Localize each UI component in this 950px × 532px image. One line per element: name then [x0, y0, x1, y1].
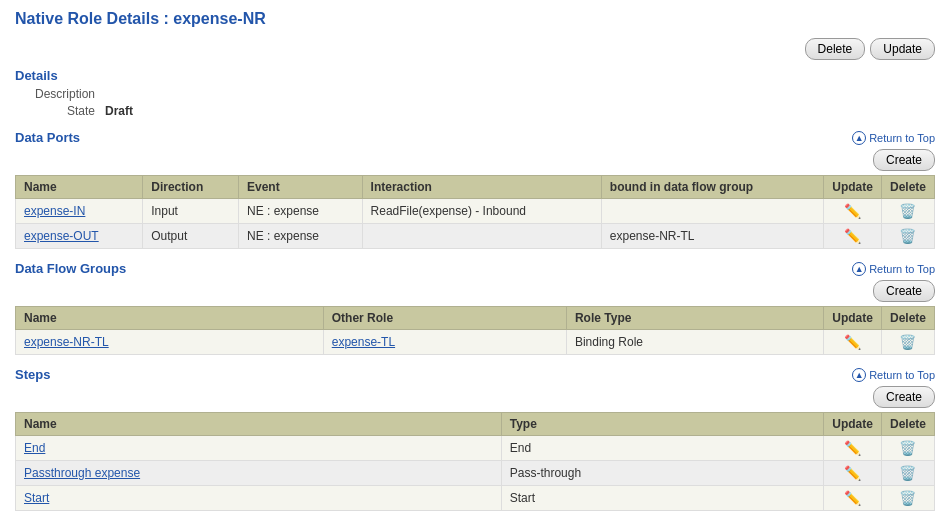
dp-bound-cell	[601, 199, 823, 224]
dp-delete-icon[interactable]: 🗑️	[899, 228, 916, 244]
dp-name-link[interactable]: expense-IN	[24, 204, 85, 218]
steps-tbody: End End ✏️ 🗑️ Passthrough expense Pass-t…	[16, 436, 935, 511]
data-ports-return-top[interactable]: ▲ Return to Top	[852, 131, 935, 145]
steps-col-update: Update	[824, 413, 882, 436]
step-type-cell: End	[501, 436, 824, 461]
dfg-name-cell: expense-NR-TL	[16, 330, 324, 355]
update-button[interactable]: Update	[870, 38, 935, 60]
dfg-edit-icon[interactable]: ✏️	[844, 334, 861, 350]
details-table: Description State Draft	[25, 87, 935, 118]
col-name: Name	[16, 176, 143, 199]
steps-title: Steps	[15, 367, 50, 382]
dp-delete-cell: 🗑️	[881, 224, 934, 249]
dp-delete-cell: 🗑️	[881, 199, 934, 224]
dp-direction-cell: Output	[143, 224, 239, 249]
dfg-update-cell: ✏️	[824, 330, 882, 355]
dfg-name-link[interactable]: expense-NR-TL	[24, 335, 109, 349]
state-label: State	[25, 104, 95, 118]
dfg-delete-cell: 🗑️	[881, 330, 934, 355]
dfg-tbody: expense-NR-TL expense-TL Binding Role ✏️…	[16, 330, 935, 355]
step-delete-icon[interactable]: 🗑️	[899, 465, 916, 481]
steps-header: Steps ▲ Return to Top	[15, 367, 935, 382]
table-row: expense-NR-TL expense-TL Binding Role ✏️…	[16, 330, 935, 355]
state-row: State Draft	[25, 104, 935, 118]
step-update-cell: ✏️	[824, 486, 882, 511]
dp-edit-icon[interactable]: ✏️	[844, 228, 861, 244]
dp-name-cell: expense-OUT	[16, 224, 143, 249]
step-update-cell: ✏️	[824, 436, 882, 461]
steps-section: Steps ▲ Return to Top Create Name Type U…	[15, 367, 935, 511]
steps-create-button[interactable]: Create	[873, 386, 935, 408]
dfg-create-button[interactable]: Create	[873, 280, 935, 302]
dp-delete-icon[interactable]: 🗑️	[899, 203, 916, 219]
steps-thead-row: Name Type Update Delete	[16, 413, 935, 436]
dp-interaction-cell	[362, 224, 601, 249]
table-row: Start Start ✏️ 🗑️	[16, 486, 935, 511]
dp-interaction-cell: ReadFile(expense) - Inbound	[362, 199, 601, 224]
description-row: Description	[25, 87, 935, 101]
dfg-col-update: Update	[824, 307, 882, 330]
steps-return-top-label: Return to Top	[869, 369, 935, 381]
dfg-title: Data Flow Groups	[15, 261, 126, 276]
data-ports-create-button[interactable]: Create	[873, 149, 935, 171]
dfg-col-delete: Delete	[881, 307, 934, 330]
dfg-thead-row: Name Other Role Role Type Update Delete	[16, 307, 935, 330]
dfg-col-name: Name	[16, 307, 324, 330]
dp-update-cell: ✏️	[824, 199, 882, 224]
dfg-return-top-icon: ▲	[852, 262, 866, 276]
step-edit-icon: ✏️	[844, 490, 861, 506]
step-name-link[interactable]: Start	[24, 491, 49, 505]
description-label: Description	[25, 87, 95, 101]
dfg-return-top[interactable]: ▲ Return to Top	[852, 262, 935, 276]
details-title: Details	[15, 68, 58, 83]
step-delete-icon: 🗑️	[899, 490, 916, 506]
steps-create-row: Create	[15, 386, 935, 408]
dfg-other-role-cell: expense-TL	[323, 330, 566, 355]
dp-direction-cell: Input	[143, 199, 239, 224]
data-ports-tbody: expense-IN Input NE : expense ReadFile(e…	[16, 199, 935, 249]
step-delete-icon: 🗑️	[899, 440, 916, 456]
step-type-cell: Start	[501, 486, 824, 511]
col-event: Event	[239, 176, 363, 199]
step-name-link[interactable]: Passthrough expense	[24, 466, 140, 480]
dp-name-cell: expense-IN	[16, 199, 143, 224]
table-row: Passthrough expense Pass-through ✏️ 🗑️	[16, 461, 935, 486]
data-ports-table: Name Direction Event Interaction bound i…	[15, 175, 935, 249]
dp-bound-cell: expense-NR-TL	[601, 224, 823, 249]
delete-button[interactable]: Delete	[805, 38, 866, 60]
step-delete-cell: 🗑️	[881, 486, 934, 511]
step-update-cell: ✏️	[824, 461, 882, 486]
return-top-label: Return to Top	[869, 132, 935, 144]
data-ports-title: Data Ports	[15, 130, 80, 145]
page-container: Native Role Details : expense-NR Delete …	[0, 0, 950, 532]
dfg-table: Name Other Role Role Type Update Delete …	[15, 306, 935, 355]
step-delete-cell: 🗑️	[881, 461, 934, 486]
dp-edit-icon[interactable]: ✏️	[844, 203, 861, 219]
step-name-link[interactable]: End	[24, 441, 45, 455]
dfg-delete-icon[interactable]: 🗑️	[899, 334, 916, 350]
steps-table: Name Type Update Delete End End ✏️ 🗑️ Pa…	[15, 412, 935, 511]
details-header: Details	[15, 68, 935, 83]
dfg-other-role-link[interactable]: expense-TL	[332, 335, 395, 349]
data-ports-thead-row: Name Direction Event Interaction bound i…	[16, 176, 935, 199]
step-name-cell: End	[16, 436, 502, 461]
dp-update-cell: ✏️	[824, 224, 882, 249]
dp-name-link[interactable]: expense-OUT	[24, 229, 99, 243]
step-edit-icon[interactable]: ✏️	[844, 465, 861, 481]
steps-return-top-icon: ▲	[852, 368, 866, 382]
dfg-col-other-role: Other Role	[323, 307, 566, 330]
data-ports-header: Data Ports ▲ Return to Top	[15, 130, 935, 145]
dfg-create-row: Create	[15, 280, 935, 302]
steps-return-top[interactable]: ▲ Return to Top	[852, 368, 935, 382]
details-section: Details Description State Draft	[15, 68, 935, 118]
table-row: expense-IN Input NE : expense ReadFile(e…	[16, 199, 935, 224]
dp-event-cell: NE : expense	[239, 199, 363, 224]
col-direction: Direction	[143, 176, 239, 199]
col-delete: Delete	[881, 176, 934, 199]
col-bound: bound in data flow group	[601, 176, 823, 199]
data-ports-section: Data Ports ▲ Return to Top Create Name D…	[15, 130, 935, 249]
step-type-cell: Pass-through	[501, 461, 824, 486]
dfg-col-role-type: Role Type	[566, 307, 823, 330]
dfg-header: Data Flow Groups ▲ Return to Top	[15, 261, 935, 276]
dfg-return-top-label: Return to Top	[869, 263, 935, 275]
